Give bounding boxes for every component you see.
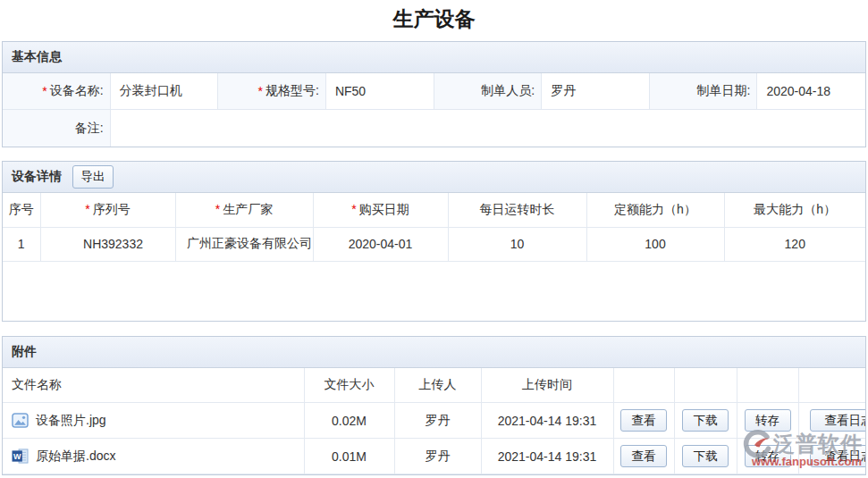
cell-purchase-date: 2020-04-01 bbox=[313, 227, 448, 261]
basic-info-grid: * 设备名称: 分装封口机 * 规格型号: NF50 制单人员: 罗丹 制单日期… bbox=[3, 73, 865, 147]
order-date-label-text: 制单日期: bbox=[696, 83, 750, 99]
attachments-table: 文件名称 文件大小 上传人 上传时间 bbox=[3, 368, 866, 475]
col-file-name: 文件名称 bbox=[3, 368, 304, 403]
spec-model-value: NF50 bbox=[326, 73, 434, 110]
cell-serial: NH392332 bbox=[40, 227, 175, 261]
equipment-table: 序号 *序列号 *生产厂家 *购买日期 每日运转时长 定额能力（h） 最大能力（… bbox=[3, 193, 865, 262]
col-action-view-log bbox=[798, 368, 866, 403]
col-action-view bbox=[613, 368, 674, 403]
cell-upload-time: 2021-04-14 19:31 bbox=[481, 403, 613, 439]
maker-label: 制单人员: bbox=[434, 73, 543, 110]
attachments-header: 附件 bbox=[3, 337, 865, 368]
maker-value: 罗丹 bbox=[542, 73, 650, 110]
view-button[interactable]: 查看 bbox=[620, 445, 667, 467]
equipment-row: 1 NH392332 广州正豪设备有限公司 2020-04-01 10 100 … bbox=[3, 227, 865, 261]
file-name: 原始单据.docx bbox=[36, 449, 115, 465]
attachments-title: 附件 bbox=[12, 344, 37, 360]
svg-text:W: W bbox=[13, 452, 21, 461]
maker-label-text: 制单人员: bbox=[481, 83, 535, 99]
order-date-value: 2020-04-18 bbox=[757, 73, 865, 110]
col-purchase-date: *购买日期 bbox=[313, 193, 448, 227]
cell-file-size: 0.02M bbox=[304, 403, 394, 439]
col-serial: *序列号 bbox=[40, 193, 175, 227]
col-action-save-as bbox=[737, 368, 798, 403]
col-file-size: 文件大小 bbox=[304, 368, 394, 403]
col-upload-time: 上传时间 bbox=[481, 368, 613, 403]
cell-uploader: 罗丹 bbox=[394, 439, 481, 474]
remark-label-text: 备注: bbox=[75, 121, 104, 137]
attachment-row: 设备照片.jpg 0.02M 罗丹 2021-04-14 19:31 查看 下载… bbox=[3, 403, 866, 439]
attachment-row: W 原始单据.docx 0.01M 罗丹 2021-04-14 19:31 查看… bbox=[3, 439, 866, 474]
device-name-label: * 设备名称: bbox=[3, 73, 111, 110]
cell-file: W 原始单据.docx bbox=[3, 439, 304, 474]
device-name-value: 分装封口机 bbox=[111, 73, 219, 110]
view-button[interactable]: 查看 bbox=[620, 409, 667, 432]
remark-value bbox=[111, 110, 865, 147]
save-as-button[interactable]: 转存 bbox=[745, 445, 791, 467]
save-as-button[interactable]: 转存 bbox=[745, 409, 791, 432]
equipment-detail-section: 设备详情 导出 序号 *序列号 *生产厂家 *购买日期 每日运转时长 定额能力（… bbox=[2, 161, 866, 322]
equipment-detail-title: 设备详情 bbox=[12, 169, 62, 185]
basic-info-header: 基本信息 bbox=[3, 42, 865, 73]
required-marker: * bbox=[351, 202, 356, 216]
cell-file: 设备照片.jpg bbox=[3, 403, 304, 439]
image-file-icon bbox=[12, 413, 29, 428]
equipment-detail-header: 设备详情 导出 bbox=[3, 162, 865, 193]
required-marker: * bbox=[215, 202, 220, 216]
remark-label: 备注: bbox=[3, 110, 111, 147]
col-action-download bbox=[674, 368, 737, 403]
col-manufacturer: *生产厂家 bbox=[175, 193, 313, 227]
file-name: 设备照片.jpg bbox=[36, 413, 106, 429]
required-marker: * bbox=[42, 84, 46, 98]
cell-uploader: 罗丹 bbox=[394, 403, 481, 439]
col-max-capacity: 最大能力（h） bbox=[724, 193, 865, 227]
cell-upload-time: 2021-04-14 19:31 bbox=[481, 439, 613, 474]
table-empty-area bbox=[3, 262, 865, 321]
attachments-section: 附件 文件名称 文件大小 上传人 上传时间 bbox=[2, 336, 866, 476]
cell-rated-capacity: 100 bbox=[586, 227, 724, 261]
spec-model-label-text: 规格型号: bbox=[265, 83, 319, 99]
col-uploader: 上传人 bbox=[394, 368, 481, 403]
col-seq: 序号 bbox=[3, 193, 40, 227]
cell-file-size: 0.01M bbox=[304, 439, 394, 474]
page-root: 生产设备 基本信息 * 设备名称: 分装封口机 * 规格型号: NF50 制单人… bbox=[0, 0, 868, 478]
equipment-table-header-row: 序号 *序列号 *生产厂家 *购买日期 每日运转时长 定额能力（h） 最大能力（… bbox=[3, 193, 865, 227]
cell-daily-runtime: 10 bbox=[448, 227, 586, 261]
download-button[interactable]: 下载 bbox=[682, 409, 729, 432]
page-title: 生产设备 bbox=[0, 0, 868, 41]
col-rated-capacity: 定额能力（h） bbox=[586, 193, 724, 227]
spec-model-label: * 规格型号: bbox=[218, 73, 326, 110]
basic-info-section: 基本信息 * 设备名称: 分装封口机 * 规格型号: NF50 制单人员: 罗丹… bbox=[2, 41, 866, 147]
view-log-button[interactable]: 查看日志 bbox=[810, 409, 867, 432]
basic-info-title: 基本信息 bbox=[12, 49, 62, 65]
cell-max-capacity: 120 bbox=[724, 227, 865, 261]
export-button[interactable]: 导出 bbox=[72, 165, 114, 189]
word-file-icon: W bbox=[12, 449, 29, 464]
download-button[interactable]: 下载 bbox=[682, 445, 729, 467]
cell-seq: 1 bbox=[3, 227, 40, 261]
device-name-label-text: 设备名称: bbox=[50, 83, 104, 99]
required-marker: * bbox=[85, 202, 89, 216]
required-marker: * bbox=[258, 84, 263, 98]
col-daily-runtime: 每日运转时长 bbox=[448, 193, 586, 227]
view-log-button[interactable]: 查看日志 bbox=[810, 445, 867, 467]
order-date-label: 制单日期: bbox=[650, 73, 758, 110]
attachments-table-header-row: 文件名称 文件大小 上传人 上传时间 bbox=[3, 368, 866, 403]
cell-manufacturer: 广州正豪设备有限公司 bbox=[175, 227, 313, 261]
